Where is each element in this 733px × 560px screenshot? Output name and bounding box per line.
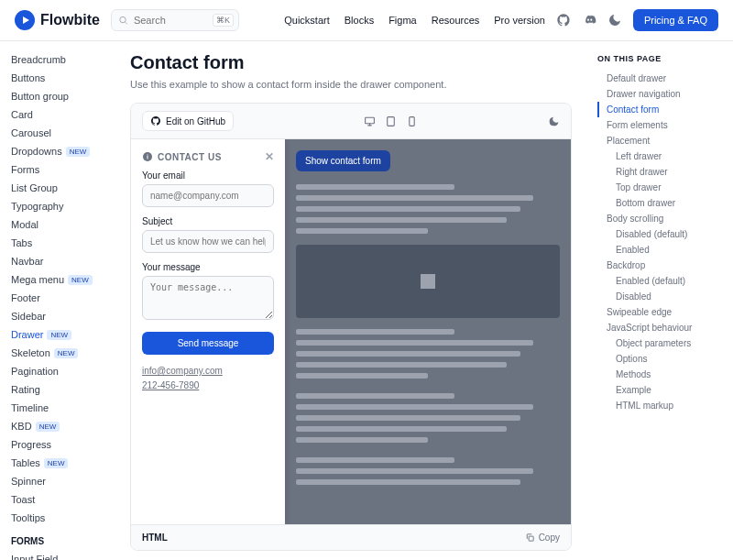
search-shortcut: ⌘K (213, 14, 234, 27)
drawer-title: CONTACT US (158, 152, 222, 162)
toc-enabled-default-[interactable]: Enabled (default) (597, 273, 722, 289)
toc-javascript-behaviour[interactable]: JavaScript behaviour (597, 320, 722, 335)
nav-pro-version[interactable]: Pro version (494, 15, 545, 26)
sidebar-item-input-field[interactable]: Input Field (11, 550, 115, 560)
sidebar-item-tabs[interactable]: Tabs (11, 234, 115, 252)
sidebar-item-typography[interactable]: Typography (11, 197, 115, 215)
subject-label: Subject (142, 216, 274, 226)
mobile-icon[interactable] (406, 115, 418, 127)
sidebar-item-forms[interactable]: Forms (11, 160, 115, 179)
sidebar-item-pagination[interactable]: Pagination (11, 362, 115, 380)
nav-resources[interactable]: Resources (432, 15, 480, 26)
sidebar-item-button-group[interactable]: Button group (11, 87, 115, 105)
toc-swipeable-edge[interactable]: Swipeable edge (597, 304, 722, 320)
image-placeholder-icon (296, 245, 560, 318)
svg-rect-3 (410, 116, 414, 126)
moon-icon[interactable] (607, 13, 622, 27)
preview-canvas: CONTACT US ✕ Your email Subject Your mes… (131, 139, 571, 524)
top-header: Flowbite ⌘K QuickstartBlocksFigmaResourc… (0, 0, 733, 41)
toc-example[interactable]: Example (597, 382, 722, 398)
brand-logo[interactable]: Flowbite (15, 10, 100, 30)
svg-rect-1 (366, 117, 375, 124)
discord-icon[interactable] (582, 13, 596, 27)
sidebar-item-buttons[interactable]: Buttons (11, 69, 115, 87)
sidebar-item-sidebar[interactable]: Sidebar (11, 307, 115, 325)
toc-backdrop[interactable]: Backdrop (597, 258, 722, 273)
search-icon (118, 16, 128, 26)
toc-options[interactable]: Options (597, 351, 722, 367)
sidebar-item-spinner[interactable]: Spinner (11, 472, 115, 490)
show-contact-button[interactable]: Show contact form (296, 150, 390, 171)
nav-blocks[interactable]: Blocks (345, 15, 374, 26)
copy-button[interactable]: Copy (525, 533, 560, 543)
send-button[interactable]: Send message (142, 332, 274, 355)
new-badge: NEW (36, 422, 60, 432)
sidebar-item-drawer[interactable]: DrawerNEW (11, 325, 115, 344)
toc-body-scrolling[interactable]: Body scrolling (597, 211, 722, 226)
contact-email-link[interactable]: info@company.com (142, 366, 223, 376)
sidebar-item-tables[interactable]: TablesNEW (11, 454, 115, 472)
sidebar-item-breadcrumb[interactable]: Breadcrumb (11, 50, 115, 69)
sidebar-item-footer[interactable]: Footer (11, 289, 115, 307)
on-this-page: ON THIS PAGE Default drawerDrawer naviga… (586, 41, 733, 560)
logo-icon (15, 10, 35, 30)
new-badge: NEW (68, 275, 93, 285)
toc-right-drawer[interactable]: Right drawer (597, 164, 722, 180)
sidebar-item-progress[interactable]: Progress (11, 435, 115, 454)
pricing-button[interactable]: Pricing & FAQ (633, 9, 718, 31)
close-icon[interactable]: ✕ (265, 150, 275, 163)
toc-enabled[interactable]: Enabled (597, 242, 722, 258)
tablet-icon[interactable] (385, 115, 397, 127)
sidebar-item-tooltips[interactable]: Tooltips (11, 509, 115, 527)
top-nav: QuickstartBlocksFigmaResourcesPro versio… (284, 15, 545, 26)
subject-input[interactable] (142, 230, 274, 253)
toc-disabled-default-[interactable]: Disabled (default) (597, 226, 722, 242)
sidebar-item-mega-menu[interactable]: Mega menuNEW (11, 270, 115, 289)
github-icon[interactable] (556, 13, 571, 27)
toc-html-markup[interactable]: HTML markup (597, 398, 722, 413)
toc-heading: ON THIS PAGE (597, 54, 722, 63)
new-badge: NEW (66, 147, 91, 157)
main-content: Contact form Use this example to show a … (115, 41, 586, 560)
sidebar-item-modal[interactable]: Modal (11, 215, 115, 234)
contact-info: info@company.com 212-456-7890 (142, 364, 274, 393)
toc-contact-form[interactable]: Contact form (597, 102, 722, 117)
new-badge: NEW (44, 458, 69, 468)
page-title: Contact form (130, 52, 572, 73)
drawer-panel: CONTACT US ✕ Your email Subject Your mes… (131, 139, 285, 524)
sidebar-item-rating[interactable]: Rating (11, 380, 115, 399)
contact-phone-link[interactable]: 212-456-7890 (142, 380, 199, 390)
sidebar-item-dropdowns[interactable]: DropdownsNEW (11, 142, 115, 160)
toc-form-elements[interactable]: Form elements (597, 117, 722, 133)
toc-drawer-navigation[interactable]: Drawer navigation (597, 86, 722, 102)
sidebar-item-skeleton[interactable]: SkeletonNEW (11, 344, 115, 362)
nav-quickstart[interactable]: Quickstart (284, 15, 330, 26)
toc-top-drawer[interactable]: Top drawer (597, 180, 722, 195)
toc-default-drawer[interactable]: Default drawer (597, 71, 722, 86)
svg-rect-5 (529, 536, 533, 541)
toc-disabled[interactable]: Disabled (597, 289, 722, 304)
sidebar-heading-forms: FORMS (11, 527, 115, 550)
preview-card: Edit on GitHub CONTACT US ✕ Your email (130, 103, 572, 551)
message-textarea[interactable] (142, 276, 274, 320)
html-tab[interactable]: HTML (142, 533, 168, 543)
sidebar-item-toast[interactable]: Toast (11, 490, 115, 509)
nav-figma[interactable]: Figma (388, 15, 417, 26)
sidebar-item-navbar[interactable]: Navbar (11, 252, 115, 270)
sidebar-item-timeline[interactable]: Timeline (11, 399, 115, 417)
edit-github-button[interactable]: Edit on GitHub (142, 111, 234, 131)
desktop-icon[interactable] (364, 115, 376, 127)
sidebar-item-list-group[interactable]: List Group (11, 179, 115, 197)
email-input[interactable] (142, 184, 274, 207)
sidebar-item-card[interactable]: Card (11, 105, 115, 124)
new-badge: NEW (54, 348, 79, 358)
toc-methods[interactable]: Methods (597, 367, 722, 382)
toc-placement[interactable]: Placement (597, 133, 722, 148)
toc-bottom-drawer[interactable]: Bottom drawer (597, 195, 722, 211)
dark-mode-icon[interactable] (548, 115, 560, 127)
toc-object-parameters[interactable]: Object parameters (597, 335, 722, 351)
sidebar-item-carousel[interactable]: Carousel (11, 124, 115, 142)
info-icon (142, 151, 153, 162)
toc-left-drawer[interactable]: Left drawer (597, 148, 722, 164)
sidebar-item-kbd[interactable]: KBDNEW (11, 417, 115, 435)
